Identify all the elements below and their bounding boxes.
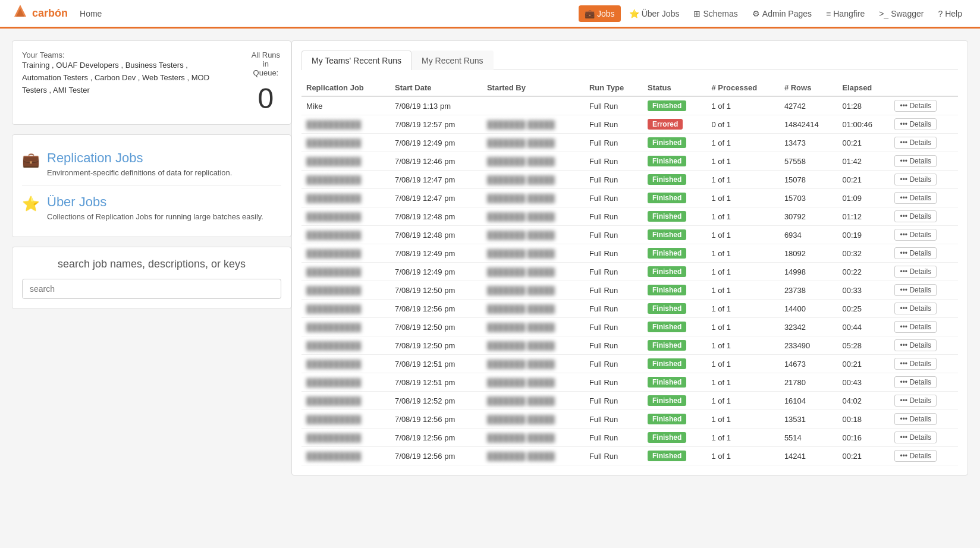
- table-row: ██████████7/08/19 12:56 pm███████ █████F…: [301, 429, 958, 447]
- details-button[interactable]: ••• Details: [894, 247, 937, 259]
- search-input[interactable]: [22, 279, 281, 299]
- table-row: ██████████7/08/19 12:50 pm███████ █████F…: [301, 318, 958, 336]
- cell-rows: 14673: [780, 355, 838, 373]
- cell-details: ••• Details: [890, 410, 958, 429]
- tabs: My Teams' Recent Runs My Recent Runs: [301, 51, 958, 70]
- cell-run-type: Full Run: [585, 336, 643, 355]
- details-button[interactable]: ••• Details: [894, 395, 937, 407]
- col-processed: # Processed: [707, 80, 780, 96]
- cell-rows: 30792: [780, 207, 838, 226]
- tab-teams-recent-runs[interactable]: My Teams' Recent Runs: [301, 51, 412, 70]
- col-status: Status: [643, 80, 706, 96]
- details-button[interactable]: ••• Details: [894, 376, 937, 388]
- table-row: ██████████7/08/19 12:49 pm███████ █████F…: [301, 134, 958, 152]
- jobs-icon: 💼: [585, 9, 595, 18]
- nav-uber-jobs[interactable]: ⭐ Über Jobs: [623, 5, 686, 22]
- cell-run-type: Full Run: [585, 207, 643, 226]
- details-button[interactable]: ••• Details: [894, 450, 937, 462]
- cell-details: ••• Details: [890, 355, 958, 373]
- details-button[interactable]: ••• Details: [894, 174, 937, 185]
- cell-processed: 1 of 1: [707, 189, 780, 207]
- cell-details: ••• Details: [890, 96, 958, 115]
- tab-my-recent-runs[interactable]: My Recent Runs: [412, 51, 493, 70]
- table-row: ██████████7/08/19 12:57 pm███████ █████F…: [301, 115, 958, 134]
- status-badge: Finished: [648, 303, 686, 314]
- cell-date: 7/08/19 12:51 pm: [390, 355, 482, 373]
- cell-run-type: Full Run: [585, 392, 643, 410]
- nav-hangfire[interactable]: ≡ Hangfire: [820, 5, 871, 22]
- cell-elapsed: 01:42: [837, 152, 890, 171]
- nav-jobs[interactable]: 💼 Jobs: [579, 5, 621, 22]
- details-button[interactable]: ••• Details: [894, 192, 937, 204]
- details-button[interactable]: ••• Details: [894, 284, 937, 296]
- cell-started-by: [482, 96, 585, 115]
- details-button[interactable]: ••• Details: [894, 100, 937, 112]
- brand-icon: [12, 4, 29, 23]
- details-button[interactable]: ••• Details: [894, 358, 937, 370]
- nav-admin[interactable]: ⚙ Admin Pages: [746, 5, 818, 22]
- cell-details: ••• Details: [890, 244, 958, 263]
- cell-status: Finished: [643, 281, 706, 300]
- cell-processed: 1 of 1: [707, 207, 780, 226]
- cell-rows: 42742: [780, 96, 838, 115]
- cell-rows: 13531: [780, 410, 838, 429]
- cell-date: 7/08/19 12:51 pm: [390, 373, 482, 392]
- cell-run-type: Full Run: [585, 152, 643, 171]
- search-card: search job names, descriptions, or keys: [12, 247, 291, 309]
- col-actions: [890, 80, 958, 96]
- nav-swagger[interactable]: >_ Swagger: [873, 5, 929, 22]
- nav-schemas[interactable]: ⊞ Schemas: [687, 5, 743, 22]
- cell-status: Finished: [643, 410, 706, 429]
- cell-started-by: ███████ █████: [482, 373, 585, 392]
- cell-started-by: ███████ █████: [482, 189, 585, 207]
- details-button[interactable]: ••• Details: [894, 339, 937, 351]
- details-button[interactable]: ••• Details: [894, 413, 937, 425]
- cell-started-by: ███████ █████: [482, 171, 585, 189]
- main-container: Your Teams: Training , OUAF Developers ,…: [0, 29, 980, 487]
- details-button[interactable]: ••• Details: [894, 210, 937, 222]
- cell-rows: 233490: [780, 336, 838, 355]
- details-button[interactable]: ••• Details: [894, 321, 937, 333]
- details-button[interactable]: ••• Details: [894, 303, 937, 314]
- details-button[interactable]: ••• Details: [894, 229, 937, 241]
- status-badge: Finished: [648, 156, 686, 166]
- uber-jobs-item[interactable]: ⭐ Über Jobs Collections of Replication J…: [22, 188, 281, 227]
- replication-jobs-item[interactable]: 💼 Replication Jobs Environment-specific …: [22, 144, 281, 183]
- details-button[interactable]: ••• Details: [894, 432, 937, 443]
- cell-status: Finished: [643, 300, 706, 318]
- replication-jobs-link[interactable]: Replication Jobs: [47, 150, 143, 165]
- cell-job: ██████████: [301, 318, 390, 336]
- cell-date: 7/08/19 12:56 pm: [390, 429, 482, 447]
- nav-help[interactable]: ? Help: [932, 5, 968, 22]
- cell-run-type: Full Run: [585, 447, 643, 465]
- details-button[interactable]: ••• Details: [894, 266, 937, 278]
- uber-jobs-link[interactable]: Über Jobs: [47, 194, 106, 209]
- status-badge: Finished: [648, 414, 686, 424]
- cell-date: 7/08/19 12:57 pm: [390, 115, 482, 134]
- table-body: Mike7/08/19 1:13 pmFull RunFinished1 of …: [301, 96, 958, 465]
- cell-processed: 1 of 1: [707, 244, 780, 263]
- queue-col: All Runs in Queue: 0: [250, 51, 281, 115]
- cell-date: 7/08/19 12:50 pm: [390, 336, 482, 355]
- cell-started-by: ███████ █████: [482, 244, 585, 263]
- home-link[interactable]: Home: [80, 9, 102, 18]
- cell-rows: 18092: [780, 244, 838, 263]
- cell-status: Finished: [643, 226, 706, 244]
- cell-processed: 1 of 1: [707, 355, 780, 373]
- cell-started-by: ███████ █████: [482, 447, 585, 465]
- brand-logo[interactable]: carbón: [12, 4, 68, 23]
- cell-details: ••• Details: [890, 373, 958, 392]
- cell-started-by: ███████ █████: [482, 318, 585, 336]
- details-button[interactable]: ••• Details: [894, 137, 937, 149]
- cell-date: 7/08/19 12:56 pm: [390, 300, 482, 318]
- details-button[interactable]: ••• Details: [894, 155, 937, 167]
- table-row: ██████████7/08/19 12:48 pm███████ █████F…: [301, 226, 958, 244]
- cell-job: ██████████: [301, 152, 390, 171]
- details-button[interactable]: ••• Details: [894, 118, 937, 130]
- table-row: ██████████7/08/19 12:50 pm███████ █████F…: [301, 336, 958, 355]
- cell-started-by: ███████ █████: [482, 429, 585, 447]
- table-row: ██████████7/08/19 12:48 pm███████ █████F…: [301, 207, 958, 226]
- status-badge: Finished: [648, 100, 686, 111]
- admin-icon: ⚙: [752, 9, 760, 18]
- col-elapsed: Elapsed: [837, 80, 890, 96]
